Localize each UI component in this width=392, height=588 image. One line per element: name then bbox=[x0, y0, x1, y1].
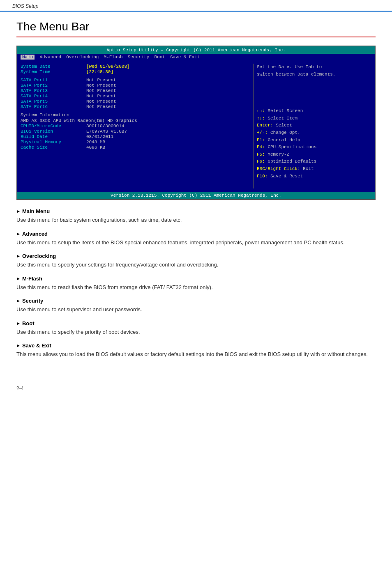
arrow-mflash-icon: ► bbox=[16, 276, 21, 281]
desc-save-exit: ► Save & Exit This menu allows you to lo… bbox=[16, 342, 376, 358]
bios-sata2-value: Not Present bbox=[86, 83, 116, 88]
bios-shortcut-enter: Enter: Select bbox=[257, 122, 371, 129]
bios-shortcut-selectitem: ↑↓: Select Item bbox=[257, 115, 371, 122]
bios-sata2: SATA Port2 Not Present bbox=[21, 83, 250, 88]
bios-sata-section: SATA Port1 Not Present SATA Port2 Not Pr… bbox=[21, 78, 250, 109]
bios-bios-ver: BIOS Version E7697AMS V1.0B7 bbox=[21, 129, 250, 134]
desc-mflash-title: M-Flash bbox=[22, 276, 42, 282]
bios-phys-mem-value: 2048 MB bbox=[86, 140, 105, 145]
desc-overclocking-title: Overclocking bbox=[22, 253, 56, 259]
bios-cache-size: Cache Size 4096 KB bbox=[21, 145, 250, 150]
bios-sata6-value: Not Present bbox=[86, 104, 116, 109]
bios-sysinfo-label: System Information bbox=[21, 113, 250, 117]
bios-shortcut-f1: F1: General Help bbox=[257, 137, 371, 144]
desc-mflash-heading: ► M-Flash bbox=[16, 276, 376, 282]
desc-security-heading: ► Security bbox=[16, 298, 376, 304]
page-footer: 2-4 bbox=[0, 381, 392, 395]
bios-menu-mflash[interactable]: M-Flash bbox=[104, 55, 122, 60]
bios-sata3-value: Not Present bbox=[86, 88, 116, 93]
bios-sata1-value: Not Present bbox=[86, 78, 116, 83]
desc-boot: ► Boot Use this menu to specify the prio… bbox=[16, 320, 376, 336]
bios-build-date: Build Date 08/01/2011 bbox=[21, 134, 250, 139]
bios-system-date-value: [Wed 01/09/2008] bbox=[86, 64, 130, 69]
arrow-main-icon: ► bbox=[16, 209, 21, 214]
bios-sata5-value: Not Present bbox=[86, 99, 116, 104]
bios-cpuid-value: 300f10/3000014 bbox=[86, 124, 124, 129]
bios-cache-size-label: Cache Size bbox=[21, 145, 86, 150]
bios-sata4: SATA Port4 Not Present bbox=[21, 94, 250, 99]
bios-system-time-label: System Time bbox=[21, 69, 86, 74]
bios-sata3: SATA Port3 Not Present bbox=[21, 88, 250, 93]
bios-phys-mem: Physical Memory 2048 MB bbox=[21, 140, 250, 145]
desc-security: ► Security Use this menu to set supervis… bbox=[16, 298, 376, 314]
bios-apu-line: AMD A8-3850 APU with Radeon(tm) HD Graph… bbox=[21, 118, 250, 123]
bios-menu-boot[interactable]: Boot bbox=[154, 55, 165, 60]
desc-save-exit-title: Save & Exit bbox=[22, 342, 51, 349]
arrow-security-icon: ► bbox=[16, 299, 21, 303]
section-title: The Menu Bar bbox=[16, 20, 376, 37]
desc-advanced-heading: ► Advanced bbox=[16, 231, 376, 237]
bios-system-time-value: [22:48:30] bbox=[86, 69, 113, 74]
bios-sata4-value: Not Present bbox=[86, 94, 116, 99]
desc-overclocking: ► Overclocking Use this menu to specify … bbox=[16, 253, 376, 269]
desc-boot-heading: ► Boot bbox=[16, 320, 376, 326]
bios-cache-size-value: 4096 KB bbox=[86, 145, 105, 150]
bios-shortcut-selectscreen: ←→: Select Screen bbox=[257, 108, 371, 115]
bios-help-top-text: Set the Date. Use Tab toswitch between D… bbox=[257, 64, 371, 78]
bios-sysinfo-section: System Information AMD A8-3850 APU with … bbox=[21, 113, 250, 150]
bios-right-panel: Set the Date. Use Tab toswitch between D… bbox=[253, 64, 371, 188]
bios-left-panel: System Date [Wed 01/09/2008] System Time… bbox=[21, 64, 250, 188]
desc-main-menu-title: Main Menu bbox=[22, 208, 50, 214]
bios-shortcut-f5: F5: Memory-Z bbox=[257, 151, 371, 158]
bios-cpuid: CPUID/MicroCode 300f10/3000014 bbox=[21, 124, 250, 129]
bios-sata4-label: SATA Port4 bbox=[21, 94, 86, 99]
bios-sata2-label: SATA Port2 bbox=[21, 83, 86, 88]
desc-save-exit-text: This menu allows you to load the BIOS de… bbox=[16, 350, 376, 358]
bios-menu-main[interactable]: Main bbox=[21, 55, 35, 60]
page-number: 2-4 bbox=[16, 386, 23, 391]
arrow-advanced-icon: ► bbox=[16, 232, 21, 236]
bios-build-date-label: Build Date bbox=[21, 134, 86, 139]
desc-advanced-title: Advanced bbox=[22, 231, 48, 237]
bios-screen: Aptio Setup Utility – Copyright (C) 2011… bbox=[16, 46, 376, 200]
bios-shortcut-f10: F10: Save & Reset bbox=[257, 173, 371, 180]
bios-menu-overclocking[interactable]: Overclocking bbox=[66, 55, 99, 60]
bios-menu-security[interactable]: Security bbox=[128, 55, 150, 60]
desc-overclocking-heading: ► Overclocking bbox=[16, 253, 376, 259]
desc-overclocking-text: Use this menu to specify your settings f… bbox=[16, 261, 376, 269]
bios-sata5-label: SATA Port5 bbox=[21, 99, 86, 104]
desc-main-menu-heading: ► Main Menu bbox=[16, 208, 376, 214]
desc-mflash: ► M-Flash Use this menu to read/ flash t… bbox=[16, 276, 376, 292]
bios-footer: Version 2.13.1215. Copyright (C) 2011 Am… bbox=[17, 192, 375, 199]
bios-build-date-value: 08/01/2011 bbox=[86, 134, 113, 139]
desc-save-exit-heading: ► Save & Exit bbox=[16, 342, 376, 349]
bios-cpuid-label: CPUID/MicroCode bbox=[21, 124, 86, 129]
bios-menu-save-exit[interactable]: Save & Exit bbox=[170, 55, 200, 60]
desc-main-menu-text: Use this menu for basic system configura… bbox=[16, 216, 376, 224]
header-title: BIOS Setup bbox=[12, 3, 38, 9]
bios-shortcut-plusminus: +/-: Change Opt. bbox=[257, 129, 371, 137]
bios-sata3-label: SATA Port3 bbox=[21, 88, 86, 93]
bios-menu-bar: Main Advanced Overclocking M-Flash Secur… bbox=[17, 54, 375, 60]
bios-phys-mem-label: Physical Memory bbox=[21, 140, 86, 145]
arrow-save-exit-icon: ► bbox=[16, 343, 21, 348]
content-area: The Menu Bar Aptio Setup Utility – Copyr… bbox=[0, 12, 392, 381]
desc-security-text: Use this menu to set supervisor and user… bbox=[16, 305, 376, 314]
bios-bios-ver-label: BIOS Version bbox=[21, 129, 86, 134]
bios-sata1: SATA Port1 Not Present bbox=[21, 78, 250, 83]
desc-boot-title: Boot bbox=[22, 320, 35, 326]
descriptions-container: ► Main Menu Use this menu for basic syst… bbox=[16, 208, 376, 358]
bios-title-bar: Aptio Setup Utility – Copyright (C) 2011… bbox=[17, 46, 375, 54]
bios-shortcuts: ←→: Select Screen ↑↓: Select Item Enter:… bbox=[257, 108, 371, 180]
bios-system-date-label: System Date bbox=[21, 64, 86, 69]
desc-security-title: Security bbox=[22, 298, 43, 304]
bios-shortcut-f4: F4: CPU Specifications bbox=[257, 144, 371, 151]
desc-main-menu: ► Main Menu Use this menu for basic syst… bbox=[16, 208, 376, 224]
desc-mflash-text: Use this menu to read/ flash the BIOS fr… bbox=[16, 283, 376, 292]
bios-shortcut-f6: F6: Optimized Defaults bbox=[257, 158, 371, 165]
bios-bios-ver-value: E7697AMS V1.0B7 bbox=[86, 129, 127, 134]
bios-menu-advanced[interactable]: Advanced bbox=[39, 55, 61, 60]
bios-system-time-row: System Time [22:48:30] bbox=[21, 69, 250, 74]
page-header: BIOS Setup bbox=[0, 0, 392, 11]
desc-advanced: ► Advanced Use this menu to setup the it… bbox=[16, 231, 376, 247]
